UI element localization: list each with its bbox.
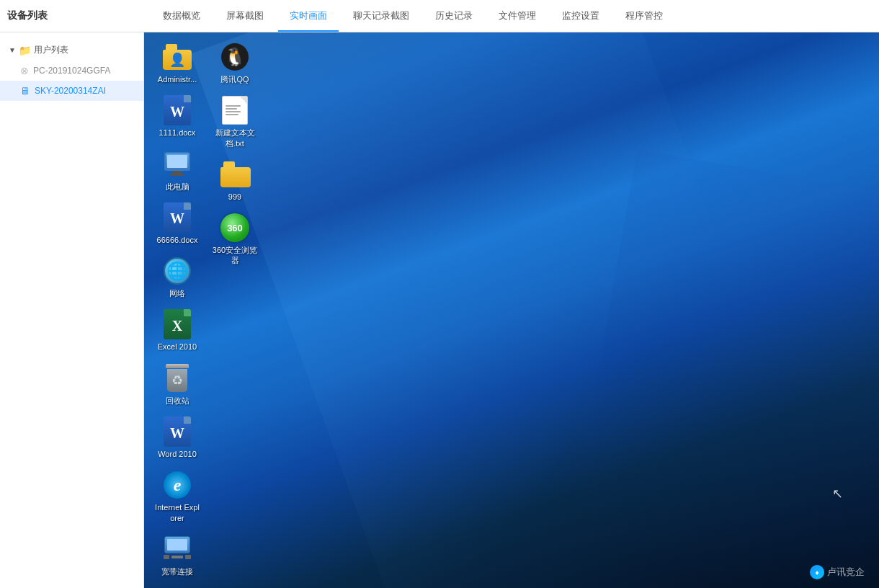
recycle-icon: ♻ xyxy=(163,364,192,393)
tab-data-overview[interactable]: 数据概览 xyxy=(151,0,212,32)
desktop-icon-computer[interactable]: 此电脑 xyxy=(151,147,203,195)
desktop-icon-folder999[interactable]: 999 xyxy=(209,157,261,205)
content-area: 👤 Administr... W 111 xyxy=(144,32,879,588)
docx2-icon: W xyxy=(163,203,192,232)
desktop-icon-broadband[interactable]: 宽带连接 xyxy=(151,532,203,579)
word-label: Word 2010 xyxy=(158,449,197,459)
docx2-label: 66666.docx xyxy=(157,235,198,245)
word-icon: W xyxy=(163,417,192,446)
monitor-active-icon: 🖥 xyxy=(20,85,30,97)
desktop-icon-txtfile[interactable]: 新建文本文档.txt xyxy=(209,93,261,151)
main-layout: ▼ 📁 用户列表 ⊗ PC-20191024GGFA 🖥 SKY-2020031… xyxy=(0,32,879,588)
recycle-label: 回收站 xyxy=(166,396,189,406)
monitor-disabled-icon: ⊗ xyxy=(20,65,29,76)
mouse-cursor: ↖ xyxy=(832,486,843,502)
folder999-icon xyxy=(220,160,249,189)
desktop-icon-safe360[interactable]: 360 360安全浏览器 xyxy=(209,210,261,269)
watermark-text: 卢讯竞企 xyxy=(827,566,865,579)
network-icon: 🌐 xyxy=(163,257,192,285)
sidebar-item-label-sky1: SKY-20200314ZAI xyxy=(35,86,106,96)
nav-tabs: 数据概览 屏幕截图 实时画面 聊天记录截图 历史记录 文件管理 监控设置 程序管… xyxy=(151,0,674,32)
folder999-label: 999 xyxy=(228,192,241,202)
qq-icon: 🐧 xyxy=(220,43,249,71)
excel-label: Excel 2010 xyxy=(158,342,197,352)
desktop-icons: 👤 Administr... W 111 xyxy=(151,40,255,581)
ie-icon: e xyxy=(163,471,192,499)
safe360-icon: 360 xyxy=(220,213,249,242)
computer-label: 此电脑 xyxy=(166,182,189,192)
excel-icon: X xyxy=(163,310,192,339)
docx1-label: 1111.docx xyxy=(159,128,196,138)
tab-screenshot[interactable]: 屏幕截图 xyxy=(215,0,275,32)
folder-icon: 📁 xyxy=(19,45,31,56)
network-label: 网络 xyxy=(169,288,185,298)
desktop-icon-word[interactable]: W Word 2010 xyxy=(151,414,203,462)
tab-realtime[interactable]: 实时画面 xyxy=(278,0,339,32)
qq-label: 腾讯QQ xyxy=(220,74,249,84)
tab-file-mgmt[interactable]: 文件管理 xyxy=(487,0,548,32)
desktop-icon-excel[interactable]: X Excel 2010 xyxy=(151,307,203,355)
desktop-icon-ie[interactable]: e Internet Explorer xyxy=(151,468,203,526)
desktop-icon-docx2[interactable]: W 66666.docx xyxy=(151,200,203,248)
desktop-icon-recycle[interactable]: ♻ 回收站 xyxy=(151,361,203,409)
admin-folder-icon: 👤 xyxy=(163,43,192,71)
sidebar-item-label-pc1: PC-20191024GGFA xyxy=(33,66,110,76)
app-title: 设备列表 xyxy=(7,9,151,22)
txtfile-icon xyxy=(220,96,249,125)
admin-folder-label: Administr... xyxy=(158,74,197,84)
computer-icon xyxy=(163,150,192,179)
sidebar-folder-users[interactable]: ▼ 📁 用户列表 xyxy=(0,40,143,61)
folder-arrow-icon: ▼ xyxy=(9,46,16,54)
desktop-icon-qq[interactable]: 🐧 腾讯QQ xyxy=(209,40,261,87)
header: 设备列表 数据概览 屏幕截图 实时画面 聊天记录截图 历史记录 文件管理 监控设… xyxy=(0,0,879,32)
broadband-icon xyxy=(163,535,192,564)
watermark-logo: ♦ xyxy=(810,565,824,579)
broadband-label: 宽带连接 xyxy=(161,566,193,576)
sidebar: ▼ 📁 用户列表 ⊗ PC-20191024GGFA 🖥 SKY-2020031… xyxy=(0,32,144,588)
watermark: ♦ 卢讯竞企 xyxy=(810,565,865,579)
tab-chat-log[interactable]: 聊天记录截图 xyxy=(342,0,421,32)
sidebar-item-pc1[interactable]: ⊗ PC-20191024GGFA xyxy=(0,61,143,81)
safe360-label: 360安全浏览器 xyxy=(212,245,258,266)
desktop-icon-admin[interactable]: 👤 Administr... xyxy=(151,40,203,87)
txtfile-label: 新建文本文档.txt xyxy=(212,128,258,148)
sidebar-folder-label: 用户列表 xyxy=(34,44,68,56)
tab-monitor-settings[interactable]: 监控设置 xyxy=(550,0,611,32)
desktop-icon-network[interactable]: 🌐 网络 xyxy=(151,254,203,301)
remote-screen: 👤 Administr... W 111 xyxy=(144,32,879,588)
tab-program-ctrl[interactable]: 程序管控 xyxy=(614,0,674,32)
ie-label: Internet Explorer xyxy=(154,502,200,523)
sidebar-item-sky1[interactable]: 🖥 SKY-20200314ZAI xyxy=(0,81,143,101)
tab-history[interactable]: 历史记录 xyxy=(424,0,484,32)
desktop-icon-docx1[interactable]: W 1111.docx xyxy=(151,93,203,141)
docx1-icon: W xyxy=(163,96,192,125)
